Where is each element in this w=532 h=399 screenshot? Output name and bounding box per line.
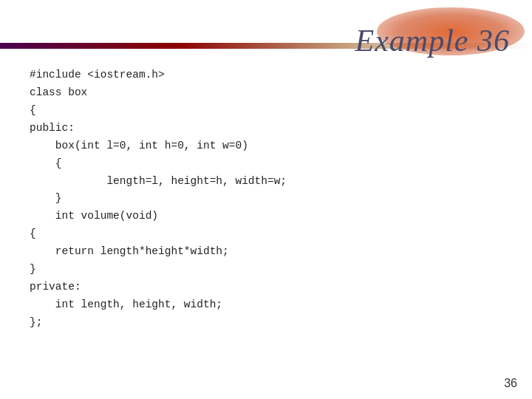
code-line: { <box>30 102 502 120</box>
code-line: int length, height, width; <box>30 296 502 314</box>
code-line: length=l, height=h, width=w; <box>30 173 502 191</box>
code-line: }; <box>30 314 502 332</box>
code-line: private: <box>30 279 502 296</box>
code-line: public: <box>30 120 502 137</box>
code-line: return length*height*width; <box>30 243 502 261</box>
code-line: #include <iostream.h> <box>30 66 502 84</box>
code-line: { <box>30 225 502 243</box>
code-area: #include <iostream.h>class box{public: b… <box>30 66 502 369</box>
title-area: Example 36 <box>222 15 532 66</box>
code-line: } <box>30 190 502 208</box>
slide: Example 36 #include <iostream.h>class bo… <box>0 0 532 399</box>
code-line: int volume(void) <box>30 208 502 225</box>
slide-title: Example 36 <box>355 23 510 58</box>
slide-number: 36 <box>504 377 517 390</box>
code-line: class box <box>30 84 502 102</box>
code-line: } <box>30 261 502 279</box>
code-line: box(int l=0, int h=0, int w=0) <box>30 137 502 155</box>
code-line: { <box>30 155 502 173</box>
code-block: #include <iostream.h>class box{public: b… <box>30 66 502 332</box>
